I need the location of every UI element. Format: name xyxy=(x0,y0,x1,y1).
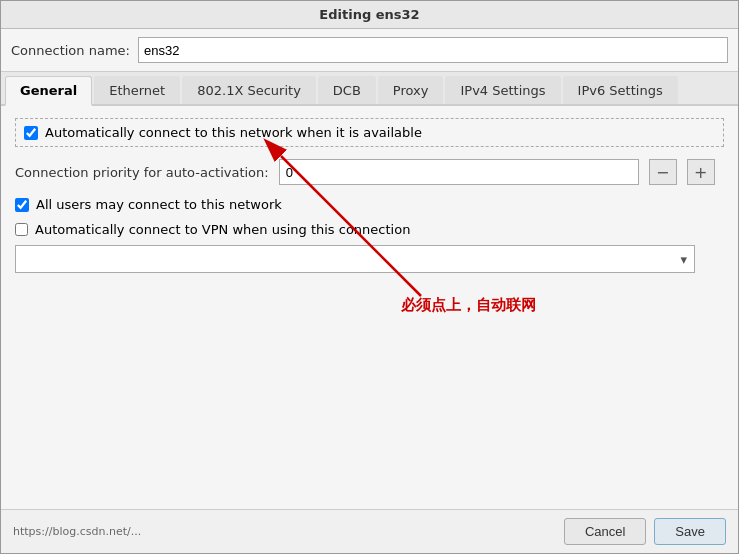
auto-connect-row: Automatically connect to this network wh… xyxy=(15,118,724,147)
tabs-bar: General Ethernet 802.1X Security DCB Pro… xyxy=(1,72,738,106)
save-button[interactable]: Save xyxy=(654,518,726,545)
auto-connect-label: Automatically connect to this network wh… xyxy=(45,125,422,140)
main-content: Automatically connect to this network wh… xyxy=(1,106,738,509)
cancel-button[interactable]: Cancel xyxy=(564,518,646,545)
priority-minus-button[interactable]: − xyxy=(649,159,677,185)
priority-plus-button[interactable]: + xyxy=(687,159,715,185)
vpn-auto-connect-checkbox[interactable] xyxy=(15,223,28,236)
all-users-checkbox[interactable] xyxy=(15,198,29,212)
priority-label: Connection priority for auto-activation: xyxy=(15,165,269,180)
bottom-bar: https://blog.csdn.net/... Cancel Save xyxy=(1,509,738,553)
vpn-checkbox-row: Automatically connect to VPN when using … xyxy=(15,222,724,237)
vpn-select-wrapper xyxy=(15,245,695,273)
tab-ethernet[interactable]: Ethernet xyxy=(94,76,180,104)
priority-input[interactable] xyxy=(279,159,639,185)
vpn-dropdown-row xyxy=(15,245,724,273)
connection-name-label: Connection name: xyxy=(11,43,130,58)
footer-url: https://blog.csdn.net/... xyxy=(13,525,556,538)
tab-ipv6-settings[interactable]: IPv6 Settings xyxy=(563,76,678,104)
title-bar: Editing ens32 xyxy=(1,1,738,29)
priority-row: Connection priority for auto-activation:… xyxy=(15,157,724,187)
vpn-select[interactable] xyxy=(15,245,695,273)
tab-proxy[interactable]: Proxy xyxy=(378,76,444,104)
tab-general[interactable]: General xyxy=(5,76,92,106)
connection-name-input[interactable] xyxy=(138,37,728,63)
tab-802-1x-security[interactable]: 802.1X Security xyxy=(182,76,316,104)
tab-dcb[interactable]: DCB xyxy=(318,76,376,104)
all-users-row: All users may connect to this network xyxy=(15,197,724,212)
all-users-label: All users may connect to this network xyxy=(36,197,282,212)
connection-name-row: Connection name: xyxy=(1,29,738,72)
window-title: Editing ens32 xyxy=(319,7,419,22)
annotation-text: 必须点上，自动联网 xyxy=(401,296,536,315)
tab-ipv4-settings[interactable]: IPv4 Settings xyxy=(445,76,560,104)
auto-connect-checkbox[interactable] xyxy=(24,126,38,140)
main-window: Editing ens32 Connection name: General E… xyxy=(0,0,739,554)
vpn-auto-connect-label: Automatically connect to VPN when using … xyxy=(35,222,410,237)
